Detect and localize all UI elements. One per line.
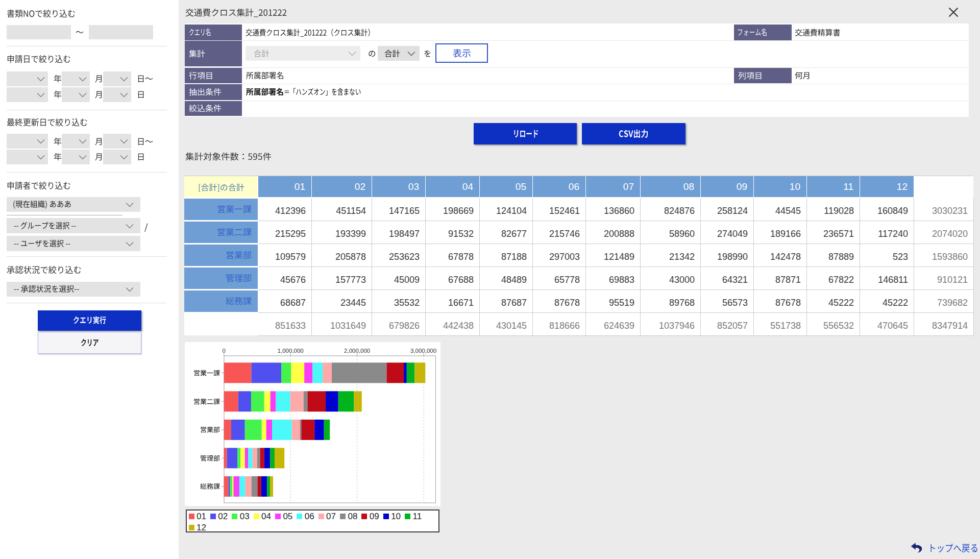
svg-text:2,000,000: 2,000,000 bbox=[344, 348, 370, 354]
svg-text:0: 0 bbox=[222, 348, 225, 354]
svg-text:3,000,000: 3,000,000 bbox=[410, 348, 436, 354]
svg-text:1,000,000: 1,000,000 bbox=[278, 348, 304, 354]
